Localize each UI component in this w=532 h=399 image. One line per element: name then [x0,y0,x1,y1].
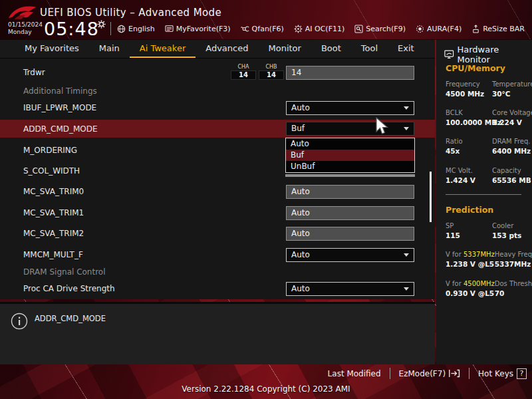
info-icon [11,313,28,330]
scrollbar-thumb[interactable] [430,172,432,222]
footer-divider [469,368,469,379]
hot-keys-label: Hot Keys [478,369,513,378]
qfan-label: Qfan(F6) [252,25,284,33]
mc-sva-trim1-input[interactable]: Auto [286,206,414,220]
day-text: Monday [8,29,43,36]
ibuf-lpwr-mode-select[interactable]: Auto [286,101,414,115]
addr-cmd-mode-dropdown-list: Auto Buf UnBuf [285,138,415,173]
chevron-down-icon [404,253,409,257]
language-button[interactable]: English [117,25,155,33]
description-text: ADDR_CMD_MODE [35,314,106,323]
stat-label: V for 4500MHz [446,280,491,287]
stat-label: Temperature [492,80,532,88]
search-icon [354,25,363,33]
clock[interactable]: 05:48 [44,19,99,39]
trdwr-channel-values: CHA 14 CHB 14 [231,64,284,80]
search-label: Search(F9) [366,25,406,33]
highlighted-row-addr-cmd-mode[interactable]: ADDR_CMD_MODE Buf [0,120,435,138]
mouse-cursor [374,117,390,136]
hardware-monitor-header: Hardware Monitor [444,45,532,65]
myfavorite-icon [165,25,174,33]
footer-actions: Last Modified EzMode(F7) Hot Keys ? [328,368,527,379]
channel-b-value: 14 [259,70,284,80]
tab-ai-tweaker[interactable]: Ai Tweaker [130,40,196,58]
hardware-monitor-panel: Hardware Monitor CPU/Memory Frequency Te… [436,40,532,364]
stat-label: Core Voltage [492,109,532,116]
stat-label: Frequency [446,80,488,88]
tab-tool[interactable]: Tool [351,40,388,58]
description-panel: ADDR_CMD_MODE [0,302,435,364]
mc-sva-trim0-input[interactable]: Auto [286,185,414,199]
stat-label: DRAM Freq. [492,138,531,145]
stat-value: 6400 MHz [492,147,531,155]
setting-label-mmcm-mult-f: MMCM_MULT_F [23,250,83,259]
stat-value: 30°C [492,90,532,98]
stat-value: 153 pts [492,231,521,239]
dropdown-option-buf[interactable]: Buf [286,150,414,161]
channel-a-label: CHA [231,64,256,70]
resize-bar-icon [471,25,480,33]
addr-cmd-mode-select[interactable]: Buf [286,122,414,136]
myfavorite-button[interactable]: MyFavorite(F3) [165,25,231,33]
date-block[interactable]: 01/15/2024 Monday [8,21,43,36]
qfan-button[interactable]: Qfan(F6) [241,25,284,33]
setting-label-trdwr: Trdwr [23,68,45,77]
stat-label: Ratio [446,138,488,145]
stat-value: 0.930 V @L5 [446,289,491,297]
setting-label-s-col-width: S_COL_WIDTH [23,166,80,176]
bios-screen: UEFI BIOS Utility – Advanced Mode 01/15/… [0,0,532,399]
tab-boot[interactable]: Boot [311,40,351,58]
hot-keys-button[interactable]: Hot Keys ? [478,368,527,379]
highlighted-frequency: 5337MHz [464,251,495,258]
stat-value: 100.0000 MHz [446,118,488,126]
tab-exit[interactable]: Exit [388,40,424,58]
date-text: 01/15/2024 [8,21,43,29]
search-button[interactable]: Search(F9) [354,25,406,33]
sidebar-divider [446,194,521,195]
channel-a-value: 14 [231,70,256,80]
ezmode-label: EzMode(F7) [399,369,446,378]
section-additional-timings: Additional Timings [23,86,97,96]
stat-value: 115 [446,231,488,239]
ai-oc-label: AI OC(F11) [305,25,345,33]
last-modified-button[interactable]: Last Modified [328,369,381,378]
question-badge-icon: ? [517,368,527,379]
setting-label-mc-sva-trim1: MC_SVA_TRIM1 [23,208,84,217]
dropdown-option-auto[interactable]: Auto [286,138,414,150]
mmcm-mult-f-value: Auto [291,249,310,261]
tab-advanced[interactable]: Advanced [196,40,258,58]
stat-ratio-dramfreq: Ratio DRAM Freq. 45x 6400 MHz [446,138,531,155]
setting-label-addr-cmd-mode: ADDR_CMD_MODE [23,124,98,134]
hardware-monitor-title: Hardware Monitor [458,45,532,65]
ezmode-button[interactable]: EzMode(F7) [399,369,460,378]
mmcm-mult-f-select[interactable]: Auto [286,248,414,262]
stat-value: 65536 MB [492,176,531,184]
language-label: English [128,25,155,33]
tab-main[interactable]: Main [89,40,130,58]
trdwr-input[interactable]: 14 [286,66,414,80]
resize-bar-button[interactable]: ReSize BAR [471,25,525,33]
tab-monitor[interactable]: Monitor [258,40,311,58]
proc-ca-drive-strength-select[interactable]: Auto [286,282,414,296]
stat-frequency-temperature: Frequency Temperature 4500 MHz 30°C [446,80,532,98]
channel-a: CHA 14 [231,64,256,80]
clock-settings-gear-icon[interactable] [97,20,106,29]
main-nav-tabs: My Favorites Main Ai Tweaker Advanced Mo… [0,40,435,59]
stat-sp-cooler: SP Cooler 115 153 pts [446,222,521,239]
stat-label: V for 5337MHz [446,251,491,258]
resize-bar-label: ReSize BAR [483,25,525,33]
dropdown-option-unbuf[interactable]: UnBuf [286,161,414,172]
stat-value: 70 [495,289,532,297]
qfan-icon [241,25,249,33]
tab-my-favorites[interactable]: My Favorites [15,40,89,58]
aura-button[interactable]: AURA(F4) [416,25,462,33]
app-title: UEFI BIOS Utility – Advanced Mode [40,7,221,19]
mc-sva-trim2-input[interactable]: Auto [286,227,414,241]
stat-value: 1.424 V [446,176,488,184]
stat-value: 4500 MHz [446,90,488,98]
stat-value: 45x [446,147,488,155]
header-divider [110,22,111,35]
ai-oc-button[interactable]: AI OC(F11) [294,25,345,33]
stat-bclk-corevoltage: BCLK Core Voltage 100.0000 MHz 1.224 V [446,109,532,126]
covered-select-edge [285,174,415,177]
